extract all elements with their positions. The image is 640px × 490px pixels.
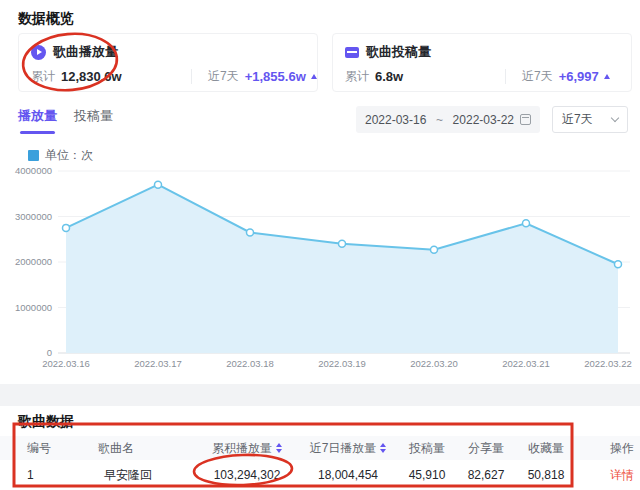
chart-controls: 2022-03-16 ~ 2022-03-22 近7天 (356, 106, 628, 133)
overview-panel: 数据概览 歌曲播放量 累计 12,830.6w 近7天 +1,855.6w (0, 0, 640, 384)
trend-up-icon (311, 74, 317, 79)
section-divider (0, 384, 640, 406)
music-analytics-dashboard: 数据概览 歌曲播放量 累计 12,830.6w 近7天 +1,855.6w (0, 0, 640, 490)
submissions: 45,910 (398, 468, 456, 482)
song-data-panel: 歌曲数据 编号 歌曲名 累积播放量 近7日播放量 投稿量 分享量 收藏量 操作 (0, 406, 640, 490)
card-title: 歌曲播放量 (53, 43, 118, 61)
song-name: 早安隆回 (60, 467, 196, 484)
date-range-picker[interactable]: 2022-03-16 ~ 2022-03-22 (356, 106, 540, 133)
col-song-name: 歌曲名 (60, 440, 196, 457)
stat-cards: 歌曲播放量 累计 12,830.6w 近7天 +1,855.6w (18, 33, 632, 92)
total-label: 累计 (345, 68, 369, 85)
chart-tabs: 播放量 投稿量 (18, 107, 113, 134)
svg-text:4000000: 4000000 (15, 165, 52, 176)
tab-plays[interactable]: 播放量 (18, 107, 57, 134)
date-separator: ~ (432, 113, 446, 127)
overview-title: 数据概览 (18, 10, 74, 28)
card-song-submissions: 歌曲投稿量 累计 6.8w 近7天 +6,997 (332, 33, 632, 92)
recent-label: 近7天 (522, 68, 553, 85)
range-select[interactable]: 近7天 (552, 106, 628, 133)
recent-submissions-delta: +6,997 (559, 69, 599, 84)
range-select-value: 近7天 (562, 111, 593, 128)
col-action: 操作 (590, 440, 640, 457)
recent-label: 近7天 (208, 68, 239, 85)
recent-plays-delta: +1,855.6w (245, 69, 306, 84)
trend-up-icon (604, 74, 610, 79)
total-plays: 103,294,302 (196, 468, 298, 482)
chevron-down-icon (611, 114, 619, 122)
svg-text:1000000: 1000000 (15, 302, 52, 313)
recent-plays: 18,004,454 (298, 468, 398, 482)
area-chart-svg: 010000002000000300000040000002022.03.162… (0, 160, 640, 375)
svg-text:2022.03.16: 2022.03.16 (42, 358, 90, 369)
svg-text:2022.03.17: 2022.03.17 (134, 358, 182, 369)
svg-text:2022.03.20: 2022.03.20 (410, 358, 458, 369)
svg-text:2022.03.21: 2022.03.21 (502, 358, 550, 369)
col-recent-plays-sort[interactable]: 近7日播放量 (298, 440, 398, 457)
shares: 82,627 (456, 468, 516, 482)
svg-text:2022.03.18: 2022.03.18 (226, 358, 274, 369)
plays-trend-chart: 010000002000000300000040000002022.03.162… (0, 160, 640, 375)
row-index: 1 (0, 468, 60, 482)
table-row: 1 早安隆回 103,294,302 18,004,454 45,910 82,… (0, 460, 640, 490)
total-plays-value: 12,830.6w (61, 69, 122, 84)
svg-text:2022.03.22: 2022.03.22 (584, 358, 632, 369)
total-submissions-value: 6.8w (375, 69, 403, 84)
card-song-plays: 歌曲播放量 累计 12,830.6w 近7天 +1,855.6w (18, 33, 318, 92)
song-table: 编号 歌曲名 累积播放量 近7日播放量 投稿量 分享量 收藏量 操作 1 早安隆… (0, 436, 640, 490)
card-title: 歌曲投稿量 (366, 43, 431, 61)
detail-link[interactable]: 详情 (590, 467, 640, 484)
date-start: 2022-03-16 (365, 113, 426, 127)
tab-submissions[interactable]: 投稿量 (74, 107, 113, 134)
col-total-plays-sort[interactable]: 累积播放量 (196, 440, 298, 457)
table-header-row: 编号 歌曲名 累积播放量 近7日播放量 投稿量 分享量 收藏量 操作 (0, 436, 640, 460)
divider (505, 69, 506, 84)
svg-text:0: 0 (47, 347, 52, 358)
divider (191, 69, 192, 84)
mail-icon (345, 47, 359, 58)
song-data-title: 歌曲数据 (18, 413, 74, 431)
calendar-icon (520, 114, 531, 125)
play-circle-icon (31, 45, 46, 60)
col-favorites: 收藏量 (516, 440, 576, 457)
col-shares: 分享量 (456, 440, 516, 457)
sort-icon (380, 443, 386, 453)
svg-text:2022.03.19: 2022.03.19 (318, 358, 366, 369)
sort-icon (276, 443, 282, 453)
col-submissions: 投稿量 (398, 440, 456, 457)
col-index: 编号 (0, 440, 60, 457)
svg-text:2000000: 2000000 (15, 256, 52, 267)
total-label: 累计 (31, 68, 55, 85)
svg-text:3000000: 3000000 (15, 211, 52, 222)
date-end: 2022-03-22 (453, 113, 514, 127)
favorites: 50,818 (516, 468, 576, 482)
